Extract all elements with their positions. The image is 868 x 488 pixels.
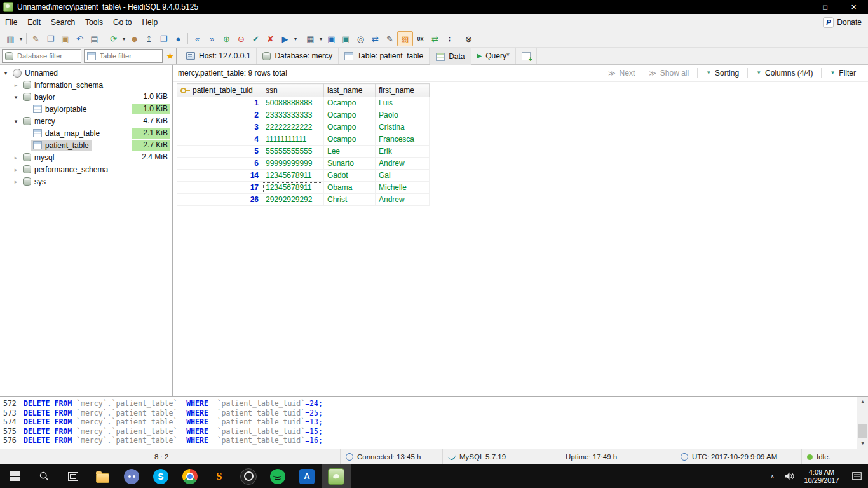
reader-app-icon-slot[interactable] — [292, 464, 322, 488]
cell[interactable]: 3 — [177, 121, 262, 133]
chevron-down-icon[interactable]: ▾ — [1, 70, 10, 76]
tab-data[interactable]: Data — [430, 48, 471, 65]
insert-row-icon[interactable]: ⊕ — [219, 32, 234, 46]
action-center-icon[interactable] — [845, 464, 868, 488]
tab-host[interactable]: Host: 127.0.0.1 — [180, 48, 257, 64]
cell[interactable]: 12345678911 — [262, 182, 324, 194]
scroll-up-icon[interactable]: ▲ — [857, 397, 868, 407]
database-filter-input[interactable] — [16, 51, 78, 60]
tree-item-performance_schema[interactable]: ▸performance_schema — [0, 163, 172, 175]
copy-data-icon[interactable]: ❐ — [156, 32, 171, 46]
cell[interactable]: Gadot — [324, 170, 376, 182]
copy-icon[interactable]: ❐ — [43, 32, 58, 46]
task-view-button[interactable] — [58, 464, 88, 488]
menu-help[interactable]: Help — [137, 14, 163, 30]
delete-row-icon[interactable]: ⊖ — [234, 32, 248, 46]
close-button[interactable]: ✕ — [839, 0, 868, 14]
sql-log[interactable]: 572DELETE FROM `mercy`.`patient_table` W… — [0, 396, 868, 449]
scroll-thumb[interactable] — [858, 424, 867, 438]
last-row-icon[interactable]: » — [205, 32, 219, 46]
cell[interactable]: 14 — [177, 170, 262, 182]
column-header-first_name[interactable]: first_name — [376, 84, 430, 97]
cell[interactable]: 17 — [177, 182, 262, 194]
favorites-star-icon[interactable]: ★ — [166, 51, 174, 60]
print-icon[interactable]: ▤ — [87, 32, 102, 46]
new-query-tab-button[interactable] — [516, 48, 537, 64]
cell[interactable]: 12345678911 — [262, 170, 324, 182]
discord-icon-slot[interactable] — [117, 464, 146, 488]
sublime-text-icon-slot[interactable] — [205, 464, 234, 488]
heidisql-icon-slot[interactable] — [322, 464, 351, 488]
cell[interactable]: 22222222222 — [262, 121, 324, 133]
first-row-icon[interactable]: « — [190, 32, 205, 46]
menu-tools[interactable]: Tools — [80, 14, 108, 30]
chevron-down-icon[interactable]: ▾ — [11, 118, 20, 125]
tree-item-mysql[interactable]: ▸mysql2.4 MiB — [0, 151, 172, 163]
columns-button[interactable]: ▼Columns (4/4) — [749, 66, 820, 80]
cell[interactable]: 1 — [177, 97, 262, 109]
cell[interactable]: 55555555555 — [262, 146, 324, 158]
cell[interactable]: Andrew — [376, 194, 430, 206]
highlight-syntax-icon[interactable]: ▨ — [397, 31, 413, 46]
refresh-icon[interactable]: ⟳ — [106, 32, 121, 46]
sorting-button[interactable]: ▼Sorting — [699, 66, 746, 80]
export-database-icon[interactable]: ↥ — [142, 32, 156, 46]
reformat-sql-icon[interactable]: ⇄ — [428, 32, 442, 46]
sql-log-scrollbar[interactable]: ▲ ▼ — [857, 397, 868, 449]
tray-expand-icon[interactable]: ∧ — [764, 464, 781, 488]
table-filter[interactable] — [84, 49, 163, 63]
cell[interactable]: Ocampo — [324, 97, 376, 109]
cell[interactable]: Gal — [376, 170, 430, 182]
spotify-icon-slot[interactable] — [263, 464, 292, 488]
tree-item-Unnamed[interactable]: ▾Unnamed — [0, 67, 172, 79]
volume-icon[interactable] — [781, 464, 798, 488]
cell[interactable]: 2 — [177, 109, 262, 121]
cell[interactable]: 29292929292 — [262, 194, 324, 206]
tree-item-baylor[interactable]: ▾baylor1.0 KiB — [0, 91, 172, 103]
discard-changes-icon[interactable]: ✘ — [263, 32, 278, 46]
column-header-patient_table_tuid[interactable]: patient_table_tuid — [177, 84, 262, 97]
scroll-down-icon[interactable]: ▼ — [857, 439, 868, 449]
chevron-down-icon[interactable]: ▾ — [11, 94, 20, 100]
cell[interactable]: Ocampo — [324, 133, 376, 146]
open-sql-file-icon[interactable]: ✎ — [29, 32, 43, 46]
cell[interactable]: Francesca — [376, 133, 430, 146]
refresh-dropdown-icon[interactable]: ▾ — [121, 32, 127, 46]
chrome-icon-slot[interactable] — [175, 464, 205, 488]
cell[interactable]: Christ — [324, 194, 376, 206]
tree-item-patient_table[interactable]: patient_table2.7 KiB — [0, 139, 172, 151]
execute-dropdown-icon[interactable]: ▾ — [292, 32, 299, 46]
table-filter-input[interactable] — [98, 51, 160, 60]
cell[interactable]: Michelle — [376, 182, 430, 194]
cell[interactable]: Sunarto — [324, 158, 376, 170]
donate-button[interactable]: P Donate — [823, 17, 868, 28]
user-manager-icon[interactable]: ☻ — [127, 32, 142, 46]
cell[interactable]: 4 — [177, 133, 262, 146]
undo-icon[interactable]: ↶ — [72, 32, 87, 46]
cell[interactable]: 26 — [177, 194, 262, 206]
cell[interactable]: 99999999999 — [262, 158, 324, 170]
post-changes-icon[interactable]: ✔ — [248, 32, 263, 46]
cell[interactable]: 6 — [177, 158, 262, 170]
media-player-icon-slot[interactable] — [234, 464, 263, 488]
search-button[interactable] — [29, 464, 58, 488]
cell[interactable]: 11111111111 — [262, 133, 324, 146]
cell[interactable]: Luis — [376, 97, 430, 109]
cell[interactable]: Obama — [324, 182, 376, 194]
cell[interactable]: Ocampo — [324, 109, 376, 121]
find-icon[interactable]: ◎ — [353, 32, 368, 46]
filter-button[interactable]: ▼Filter — [823, 66, 863, 80]
execute-sql-icon[interactable]: ▶ — [278, 32, 292, 46]
session-dropdown-icon[interactable]: ▾ — [18, 32, 24, 46]
chevron-right-icon[interactable]: ▸ — [11, 166, 20, 173]
chevron-right-icon[interactable]: ▸ — [11, 154, 20, 161]
tree-item-baylorptable[interactable]: baylorptable1.0 KiB — [0, 103, 172, 115]
cell[interactable]: 50088888888 — [262, 97, 324, 109]
cell[interactable]: 5 — [177, 146, 262, 158]
menu-go-to[interactable]: Go to — [108, 14, 137, 30]
tab-query[interactable]: ▶Query* — [471, 48, 516, 64]
menu-search[interactable]: Search — [46, 14, 80, 30]
tree-item-sys[interactable]: ▸sys — [0, 175, 172, 187]
session-manager-icon[interactable]: ▥ — [3, 32, 18, 46]
edit-inline-icon[interactable]: ✎ — [383, 32, 397, 46]
